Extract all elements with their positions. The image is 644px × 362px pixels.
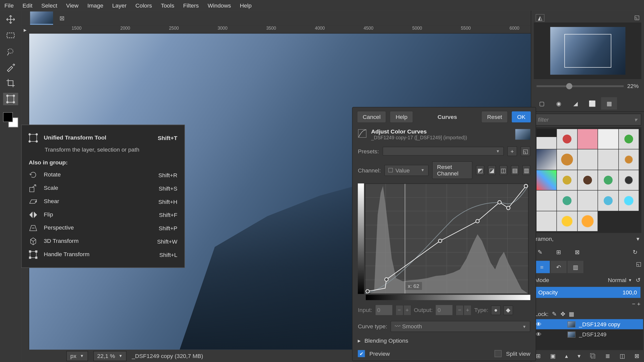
transform-tool[interactable]: [3, 93, 18, 105]
layer-group-icon[interactable]: ▣: [550, 353, 555, 359]
zoom-slider[interactable]: [537, 85, 624, 87]
fg-color-swatch[interactable]: [3, 112, 13, 122]
layer-name[interactable]: _DSF1249 copy: [579, 321, 620, 328]
nav-arrow-icon[interactable]: ◭: [536, 14, 544, 22]
zoom-dropdown[interactable]: 22,1 %▼: [93, 351, 127, 361]
brushes-tab-icon[interactable]: ▦: [601, 97, 617, 110]
crop-tool[interactable]: [3, 77, 18, 89]
cancel-button[interactable]: Cancel: [357, 111, 386, 123]
split-checkbox[interactable]: [495, 350, 502, 357]
brush-item[interactable]: [557, 211, 577, 231]
layer-merge-icon[interactable]: ≣: [605, 353, 610, 359]
histogram-linear-icon[interactable]: ▤: [511, 165, 519, 175]
image-tab[interactable]: [30, 12, 53, 25]
move-tool[interactable]: [3, 13, 18, 26]
layers-collapse-icon[interactable]: ◱: [636, 261, 641, 273]
brush-item[interactable]: [537, 170, 557, 190]
mode-reset-icon[interactable]: ↺: [636, 277, 640, 283]
input-field[interactable]: 0: [375, 304, 392, 315]
input-inc[interactable]: +: [403, 305, 411, 315]
menu-layer[interactable]: Layer: [108, 0, 131, 10]
reset-channel-button[interactable]: Reset Channel: [432, 161, 473, 179]
histogram-tab-icon[interactable]: ◢: [568, 97, 583, 110]
lock-alpha-icon[interactable]: ▦: [569, 311, 574, 317]
brush-delete-icon[interactable]: ⊠: [572, 247, 582, 257]
opacity-slider[interactable]: Opacity 100,0: [535, 287, 640, 298]
brush-item[interactable]: [578, 129, 598, 149]
layer-mask-icon[interactable]: ◫: [620, 353, 625, 359]
mode-dropdown[interactable]: Normal▼: [553, 277, 632, 283]
output-inc[interactable]: +: [464, 305, 472, 315]
output-dec[interactable]: −: [456, 305, 464, 315]
menu-image[interactable]: Image: [83, 0, 108, 10]
histogram-log-icon[interactable]: ▥: [522, 165, 530, 175]
help-button[interactable]: Help: [390, 111, 413, 123]
curve-type-dropdown[interactable]: 〰 Smooth▼: [391, 321, 530, 332]
point-type-smooth[interactable]: ●: [491, 305, 501, 315]
menu-filters[interactable]: Filters: [179, 0, 203, 10]
curve-mode1-icon[interactable]: ◩: [476, 165, 484, 175]
rect-select-tool[interactable]: [3, 29, 18, 41]
layer-name[interactable]: _DSF1249: [579, 331, 607, 338]
brush-item[interactable]: [557, 191, 577, 211]
menu-file[interactable]: File: [0, 0, 18, 10]
brush-item[interactable]: [557, 129, 577, 149]
opacity-inc-icon[interactable]: +: [637, 301, 640, 307]
menu-tools[interactable]: Tools: [156, 0, 179, 10]
brush-new-icon[interactable]: ⊞: [553, 247, 564, 257]
layer-item[interactable]: 👁 _DSF1249 copy: [532, 319, 643, 329]
color-picker-tool[interactable]: [3, 61, 18, 73]
menu-view[interactable]: View: [62, 0, 83, 10]
preset-menu-button[interactable]: ◱: [520, 146, 530, 156]
brush-item[interactable]: [578, 170, 598, 190]
device-status-icon[interactable]: ▢: [534, 97, 550, 110]
output-field[interactable]: 0: [435, 304, 453, 315]
reset-button[interactable]: Reset: [481, 111, 508, 123]
point-type-corner[interactable]: ◆: [503, 305, 513, 315]
layer-duplicate-icon[interactable]: ⿻: [590, 353, 596, 359]
lock-position-icon[interactable]: ✥: [560, 311, 565, 317]
curve-mode3-icon[interactable]: ◫: [499, 165, 507, 175]
preview-checkbox[interactable]: ✔: [358, 350, 365, 357]
channel-dropdown[interactable]: Value▼: [384, 165, 429, 176]
lock-pixels-icon[interactable]: ✎: [552, 311, 557, 317]
brush-item[interactable]: [598, 191, 618, 211]
menu-windows[interactable]: Windows: [203, 0, 235, 10]
brush-item[interactable]: [598, 150, 618, 170]
free-select-tool[interactable]: [3, 45, 18, 57]
paths-tab-icon[interactable]: ▥: [568, 261, 583, 273]
preset-add-button[interactable]: +: [507, 146, 517, 156]
brush-item[interactable]: [619, 170, 639, 190]
curve-mode2-icon[interactable]: ◪: [488, 165, 496, 175]
layer-down-icon[interactable]: ▾: [578, 353, 581, 359]
brush-edit-icon[interactable]: ✎: [535, 247, 545, 257]
layer-delete-icon[interactable]: ⊠: [634, 353, 639, 359]
menu-select[interactable]: Select: [37, 0, 62, 10]
opacity-dec-icon[interactable]: −: [632, 301, 635, 307]
brush-refresh-icon[interactable]: ↻: [630, 247, 640, 257]
layer-new-icon[interactable]: ⊞: [536, 353, 541, 359]
blending-label[interactable]: Blending Options: [365, 337, 408, 344]
layer-item[interactable]: 👁 _DSF1249: [532, 329, 643, 339]
menu-colors[interactable]: Colors: [131, 0, 156, 10]
brush-item[interactable]: [578, 150, 598, 170]
layers-tab-icon[interactable]: ≡: [534, 261, 550, 273]
brush-item[interactable]: [537, 211, 557, 231]
pointer-tab-icon[interactable]: ⬜: [584, 97, 600, 110]
nav-collapse-icon[interactable]: ◱: [634, 14, 639, 22]
brush-name-expand-icon[interactable]: ▾: [636, 236, 639, 242]
brush-item[interactable]: [619, 129, 639, 149]
navigation-preview[interactable]: [534, 23, 641, 79]
brush-item[interactable]: [578, 211, 598, 231]
brush-item[interactable]: [619, 191, 639, 211]
color-swatches[interactable]: [3, 112, 18, 127]
blending-expand-icon[interactable]: ▸: [358, 337, 361, 344]
channels-tab-icon[interactable]: ↶: [551, 261, 567, 273]
brush-item[interactable]: [537, 150, 557, 170]
brush-item[interactable]: [557, 150, 577, 170]
layer-up-icon[interactable]: ▴: [565, 353, 568, 359]
tab-close[interactable]: ⊠: [57, 15, 67, 22]
curves-graph[interactable]: x: 62: [365, 184, 529, 294]
tool-options-icon[interactable]: ◉: [551, 97, 567, 110]
ok-button[interactable]: OK: [511, 111, 531, 123]
